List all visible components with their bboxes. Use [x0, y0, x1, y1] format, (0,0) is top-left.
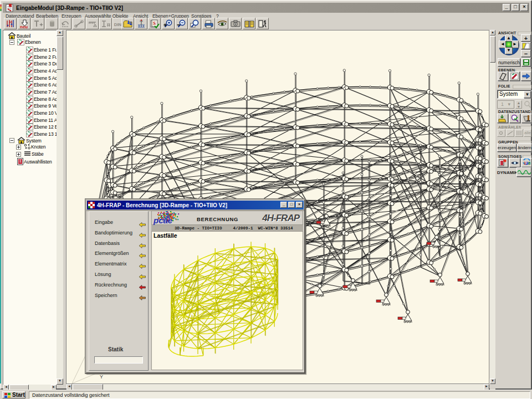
svg-text:DIN: DIN	[114, 22, 122, 27]
svg-text:pcae: pcae	[153, 216, 172, 225]
svg-text:Y: Y	[100, 374, 103, 380]
svg-text:neu: neu	[20, 24, 28, 29]
svg-text:S: S	[153, 21, 156, 26]
svg-text:3: 3	[528, 161, 531, 166]
